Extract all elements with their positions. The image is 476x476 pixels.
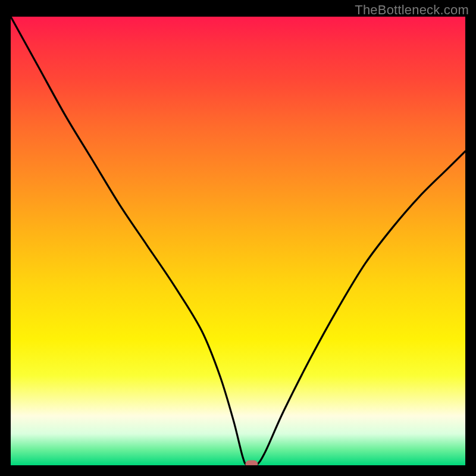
optimal-marker bbox=[246, 461, 258, 465]
watermark-text: TheBottleneck.com bbox=[355, 2, 469, 18]
plot-area bbox=[11, 17, 465, 465]
bottleneck-curve-svg bbox=[11, 17, 465, 465]
bottleneck-curve-path bbox=[11, 17, 465, 465]
chart-frame: TheBottleneck.com bbox=[0, 0, 476, 476]
